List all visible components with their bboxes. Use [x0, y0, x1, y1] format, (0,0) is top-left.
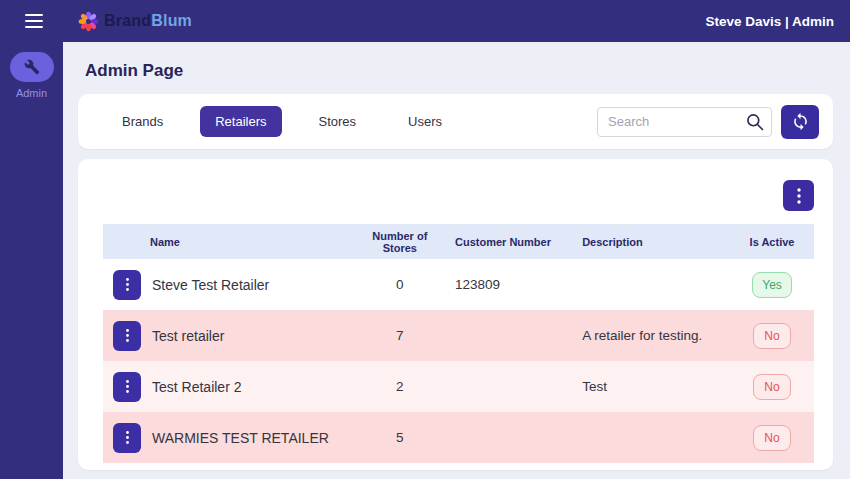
table-row: Test Retailer 2 2 Test No: [103, 361, 814, 412]
row-actions-button[interactable]: [113, 321, 141, 351]
sidebar-item-admin[interactable]: [10, 52, 54, 82]
retailer-name: Test retailer: [152, 328, 224, 344]
table-row: Steve Test Retailer 0 123809 Yes: [103, 259, 814, 310]
table-row: Test retailer 7 A retailer for testing. …: [103, 310, 814, 361]
tab-bar: Brands Retailers Stores Users: [78, 94, 833, 149]
tab-brands[interactable]: Brands: [107, 106, 178, 137]
column-header-is-active: Is Active: [730, 236, 814, 248]
search-icon[interactable]: [745, 112, 765, 132]
number-of-stores: 5: [355, 430, 445, 445]
kebab-icon: [126, 278, 129, 291]
brand-logo-text: BrandBlum: [104, 12, 192, 30]
brand-logo[interactable]: BrandBlum: [78, 11, 192, 32]
kebab-icon: [126, 329, 129, 342]
tab-retailers[interactable]: Retailers: [200, 106, 281, 137]
column-header-number-of-stores: Number of Stores: [355, 230, 445, 254]
table-header-row: Name Number of Stores Customer Number De…: [103, 224, 814, 259]
is-active-badge: No: [753, 425, 791, 451]
number-of-stores: 0: [355, 277, 445, 292]
description: A retailer for testing.: [560, 328, 730, 343]
retailers-table: Name Number of Stores Customer Number De…: [103, 224, 814, 463]
retailer-name: WARMIES TEST RETAILER: [152, 430, 329, 446]
kebab-icon: [126, 380, 129, 393]
is-active-badge: Yes: [752, 272, 792, 298]
row-actions-button[interactable]: [113, 372, 141, 402]
tab-stores[interactable]: Stores: [304, 106, 372, 137]
tab-users[interactable]: Users: [393, 106, 457, 137]
table-actions-menu-button[interactable]: [783, 180, 814, 211]
number-of-stores: 2: [355, 379, 445, 394]
retailer-name: Steve Test Retailer: [152, 277, 269, 293]
flower-logo-icon: [78, 11, 99, 32]
column-header-customer-number: Customer Number: [445, 236, 560, 248]
kebab-icon: [797, 188, 801, 204]
main-content: Admin Page Brands Retailers Stores Users: [63, 42, 850, 479]
is-active-badge: No: [753, 374, 791, 400]
page-title: Admin Page: [85, 60, 850, 82]
topbar: BrandBlum Steve Davis | Admin: [0, 0, 850, 42]
retailers-table-card: Name Number of Stores Customer Number De…: [78, 159, 833, 470]
table-row: WARMIES TEST RETAILER 5 No: [103, 412, 814, 463]
wrench-icon: [24, 59, 40, 75]
column-header-description: Description: [560, 236, 730, 248]
user-account-label[interactable]: Steve Davis | Admin: [705, 14, 834, 29]
refresh-icon: [791, 112, 810, 131]
refresh-button[interactable]: [781, 105, 819, 139]
row-actions-button[interactable]: [113, 423, 141, 453]
kebab-icon: [126, 431, 129, 444]
number-of-stores: 7: [355, 328, 445, 343]
search-box: [597, 107, 772, 137]
hamburger-menu-icon[interactable]: [25, 14, 43, 28]
is-active-badge: No: [753, 323, 791, 349]
retailer-name: Test Retailer 2: [152, 379, 241, 395]
row-actions-button[interactable]: [113, 270, 141, 300]
column-header-name: Name: [103, 236, 355, 248]
description: Test: [560, 379, 730, 394]
customer-number: 123809: [445, 277, 560, 292]
sidebar-item-admin-label: Admin: [16, 87, 47, 99]
sidebar: Admin: [0, 42, 63, 479]
